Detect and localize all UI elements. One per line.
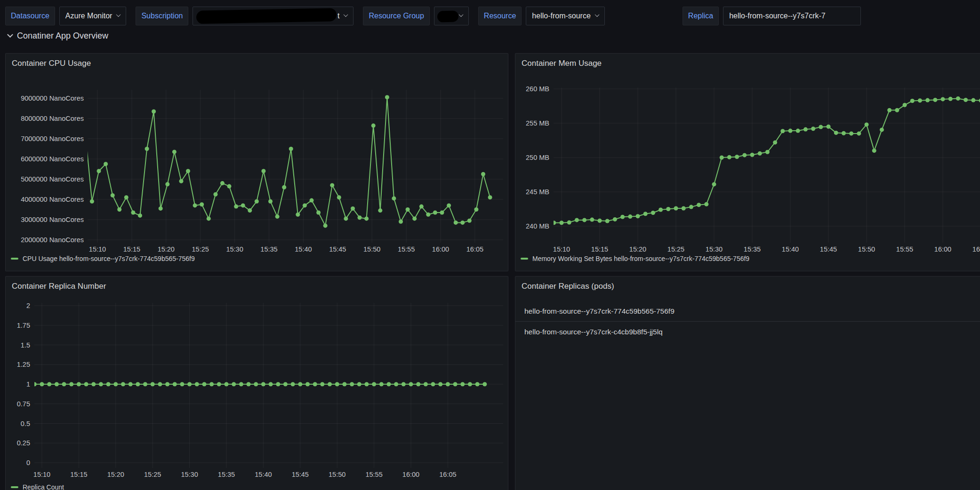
legend-series-marker <box>11 258 18 260</box>
svg-text:15:15: 15:15 <box>70 471 87 478</box>
svg-text:8000000 NanoCores: 8000000 NanoCores <box>21 115 84 122</box>
subscription-picker[interactable]: t <box>193 7 353 25</box>
svg-text:240 MB: 240 MB <box>526 222 549 230</box>
chevron-down-icon <box>594 12 599 17</box>
svg-text:1: 1 <box>26 380 30 388</box>
chevron-down-icon <box>7 32 13 38</box>
legend-label: Replica Count <box>23 483 64 490</box>
svg-text:0.5: 0.5 <box>21 420 30 427</box>
resource-picker[interactable]: hello-from-source <box>526 7 604 25</box>
svg-text:15:40: 15:40 <box>295 245 312 253</box>
svg-text:15:35: 15:35 <box>260 245 277 253</box>
svg-text:15:35: 15:35 <box>218 471 235 478</box>
time-series-chart[interactable]: 00.250.50.7511.251.51.75215:1015:1515:20… <box>6 277 508 490</box>
svg-text:1.25: 1.25 <box>17 361 30 368</box>
svg-text:15:55: 15:55 <box>896 245 913 253</box>
chevron-down-icon <box>458 12 463 17</box>
svg-text:260 MB: 260 MB <box>526 85 549 93</box>
replica-input[interactable] <box>723 7 861 25</box>
svg-text:3000000 NanoCores: 3000000 NanoCores <box>21 216 84 223</box>
resource-group-picker[interactable] <box>434 7 469 25</box>
chart-gridlines <box>554 87 980 243</box>
svg-text:15:20: 15:20 <box>629 245 646 253</box>
variable-label: Subscription <box>136 7 188 25</box>
redacted-value <box>196 8 337 24</box>
legend-label: CPU Usage hello-from-source--y7s7crk-774… <box>23 255 195 262</box>
variable-replica: Replica <box>683 7 861 25</box>
svg-text:16:05: 16:05 <box>439 471 456 478</box>
subscription-value-tail: t <box>337 12 339 20</box>
svg-text:1.75: 1.75 <box>17 322 30 329</box>
svg-text:15:55: 15:55 <box>365 471 382 478</box>
x-axis-labels: 15:1015:1515:2015:2515:3015:3515:4015:45… <box>33 471 457 478</box>
dashboard-variables-toolbar: Datasource Azure Monitor Subscription t … <box>5 7 870 25</box>
svg-text:9000000 NanoCores: 9000000 NanoCores <box>21 95 84 102</box>
series-replica <box>32 382 487 387</box>
svg-text:16:00: 16:00 <box>432 245 449 253</box>
svg-text:16:05: 16:05 <box>972 245 980 253</box>
svg-text:15:35: 15:35 <box>744 245 761 253</box>
table-row: hello-from-source--y7s7crk-774c59b565-75… <box>515 301 980 322</box>
resource-value: hello-from-source <box>532 12 590 20</box>
svg-text:16:00: 16:00 <box>402 471 419 478</box>
x-axis-labels: 15:1015:1515:2015:2515:3015:3515:4015:45… <box>553 245 980 253</box>
chevron-down-icon <box>344 12 348 17</box>
variable-subscription: Subscription t <box>136 7 353 25</box>
svg-text:15:45: 15:45 <box>329 245 346 253</box>
datasource-picker[interactable]: Azure Monitor <box>59 7 127 25</box>
variable-label: Resource <box>478 7 522 25</box>
svg-text:15:40: 15:40 <box>782 245 799 253</box>
grafana-dashboard: Datasource Azure Monitor Subscription t … <box>0 0 980 490</box>
chart-gridlines <box>88 90 503 243</box>
svg-text:15:40: 15:40 <box>255 471 272 478</box>
svg-text:15:50: 15:50 <box>329 471 345 478</box>
variable-resource-group: Resource Group <box>363 7 468 25</box>
variable-resource: Resource hello-from-source <box>478 7 605 25</box>
svg-text:15:55: 15:55 <box>398 245 415 253</box>
time-series-chart[interactable]: 240 MB245 MB250 MB255 MB260 MB15:1015:15… <box>515 54 980 271</box>
svg-text:15:30: 15:30 <box>706 245 723 253</box>
variable-datasource: Datasource Azure Monitor <box>5 7 126 25</box>
svg-text:5000000 NanoCores: 5000000 NanoCores <box>21 175 84 183</box>
panel-container-replica-number: Container Replica Number 00.250.50.7511.… <box>5 276 508 490</box>
legend-label: Memory Working Set Bytes hello-from-sour… <box>532 255 749 262</box>
svg-text:15:10: 15:10 <box>553 245 570 253</box>
y-axis-labels: 00.250.50.7511.251.51.752 <box>17 302 30 466</box>
legend-item[interactable]: Replica Count <box>11 483 64 490</box>
legend-item[interactable]: CPU Usage hello-from-source--y7s7crk-774… <box>11 255 195 262</box>
svg-text:15:15: 15:15 <box>591 245 608 253</box>
svg-text:15:45: 15:45 <box>292 471 309 478</box>
svg-text:0.25: 0.25 <box>17 439 30 447</box>
svg-text:2: 2 <box>26 302 30 309</box>
time-series-chart[interactable]: 2000000 NanoCores3000000 NanoCores400000… <box>6 54 508 271</box>
svg-text:16:05: 16:05 <box>466 245 483 253</box>
svg-text:15:25: 15:25 <box>667 245 684 253</box>
svg-text:15:20: 15:20 <box>107 471 124 478</box>
series-mem <box>552 96 980 225</box>
svg-text:255 MB: 255 MB <box>526 119 549 127</box>
svg-text:15:15: 15:15 <box>123 245 140 253</box>
svg-text:6000000 NanoCores: 6000000 NanoCores <box>21 155 84 163</box>
variable-label: Datasource <box>5 7 55 25</box>
legend-series-marker <box>11 486 18 488</box>
series-cpu <box>83 95 492 228</box>
svg-text:15:30: 15:30 <box>226 245 243 253</box>
x-axis-labels: 15:1015:1515:2015:2515:3015:3515:4015:45… <box>89 245 483 253</box>
y-axis-labels: 240 MB245 MB250 MB255 MB260 MB <box>526 85 549 230</box>
svg-text:15:10: 15:10 <box>33 471 50 478</box>
legend-item[interactable]: Memory Working Set Bytes hello-from-sour… <box>521 255 749 262</box>
panel-container-mem-usage: Container Mem Usage 240 MB245 MB250 MB25… <box>515 53 980 271</box>
svg-text:4000000 NanoCores: 4000000 NanoCores <box>21 196 84 203</box>
svg-text:15:25: 15:25 <box>192 245 209 253</box>
row-header[interactable]: Conatiner App Overview <box>8 31 108 41</box>
svg-text:16:00: 16:00 <box>934 245 951 253</box>
svg-text:1.5: 1.5 <box>21 341 30 349</box>
legend-series-marker <box>521 258 528 260</box>
svg-text:15:25: 15:25 <box>144 471 161 478</box>
svg-text:2000000 NanoCores: 2000000 NanoCores <box>21 236 84 244</box>
panel-title[interactable]: Container Replicas (pods) <box>522 282 614 291</box>
y-axis-labels: 2000000 NanoCores3000000 NanoCores400000… <box>21 95 84 244</box>
svg-text:15:10: 15:10 <box>89 245 106 253</box>
svg-text:0: 0 <box>26 459 30 466</box>
svg-text:245 MB: 245 MB <box>526 188 549 196</box>
